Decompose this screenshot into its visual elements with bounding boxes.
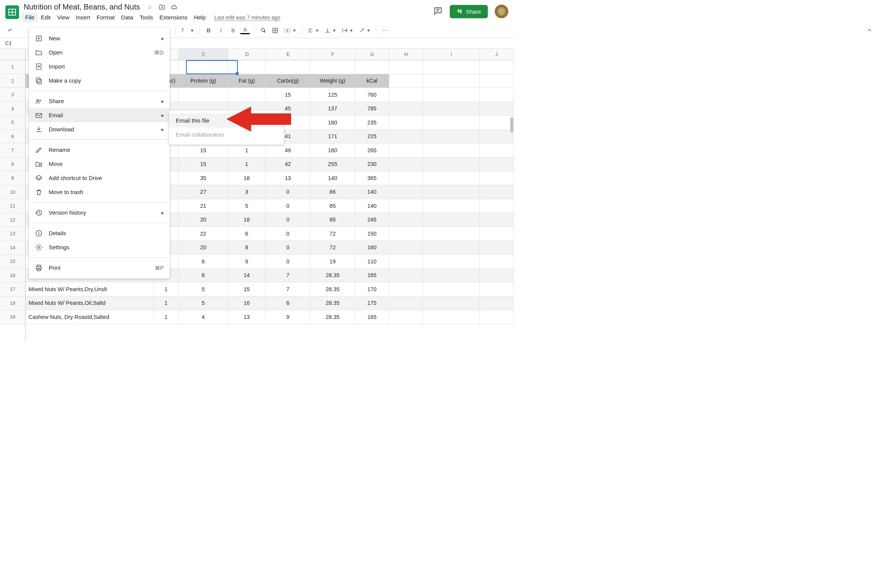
menu-insert[interactable]: Insert — [73, 13, 93, 22]
textcolor-button[interactable]: A — [240, 27, 250, 34]
colhead-J[interactable]: J — [480, 49, 514, 60]
table-handle-row[interactable]: Mixed Nuts W/ Peants,Oil,Saltd1516628.35… — [25, 296, 514, 311]
menu-extensions[interactable]: Extensions — [156, 13, 190, 22]
gear-icon — [35, 244, 43, 251]
more-button[interactable]: ⋯ — [380, 25, 390, 35]
menu-data[interactable]: Data — [118, 13, 136, 22]
svg-point-33 — [39, 232, 39, 232]
italic-button[interactable]: I — [216, 25, 226, 35]
file-menu-share[interactable]: Share▸ — [29, 94, 170, 108]
menu-view[interactable]: View — [54, 13, 72, 22]
colhead-I[interactable]: I — [423, 49, 480, 60]
comments-icon[interactable] — [433, 6, 443, 17]
menu-format[interactable]: Format — [94, 13, 118, 22]
menu-tools[interactable]: Tools — [137, 13, 156, 22]
copy-icon — [35, 77, 43, 84]
colhead-E[interactable]: E — [266, 49, 311, 60]
rowhead-14[interactable]: 14 — [0, 241, 25, 255]
download-icon — [35, 126, 43, 133]
borders-button[interactable] — [270, 25, 280, 35]
colhead-G[interactable]: G — [355, 49, 389, 60]
file-menu-move-to-trash[interactable]: Move to trash — [29, 185, 170, 199]
merge-button[interactable]: ▼ — [282, 27, 298, 34]
rowhead-5[interactable]: 5 — [0, 116, 25, 130]
rowhead-7[interactable]: 7 — [0, 143, 25, 158]
fillcolor-button[interactable] — [258, 25, 268, 35]
svg-rect-9 — [458, 10, 459, 11]
halign-button[interactable]: ▼ — [306, 27, 321, 33]
menubar: FileEditViewInsertFormatDataToolsExtensi… — [22, 13, 280, 22]
valign-button[interactable]: ▼ — [323, 27, 338, 33]
print-icon — [35, 264, 43, 272]
file-menu-email[interactable]: Email▸ — [29, 108, 170, 122]
file-menu-make-a-copy[interactable]: Make a copy — [29, 73, 170, 88]
rowhead-11[interactable]: 11 — [0, 199, 25, 213]
plus-box-icon — [35, 35, 43, 42]
wrap-button[interactable]: ▼ — [340, 27, 355, 33]
menu-help[interactable]: Help — [191, 13, 209, 22]
rowhead-16[interactable]: 16 — [0, 269, 25, 283]
rowhead-18[interactable]: 18 — [0, 296, 25, 311]
rowhead-19[interactable]: 19 — [0, 310, 25, 324]
file-menu-version-history[interactable]: Version history▸ — [29, 206, 170, 220]
file-menu-add-shortcut-to-drive[interactable]: Add shortcut to Drive — [29, 171, 170, 185]
file-menu-import[interactable]: Import — [29, 59, 170, 73]
colhead-H[interactable]: H — [389, 49, 423, 60]
colhead-F[interactable]: F — [310, 49, 355, 60]
share-label: Share — [466, 8, 481, 15]
rowhead-12[interactable]: 12 — [0, 213, 25, 227]
file-menu-open[interactable]: Open⌘O — [29, 45, 170, 59]
avatar[interactable] — [495, 5, 508, 18]
folder-icon — [35, 49, 43, 56]
rotate-button[interactable]: ▼ — [357, 27, 372, 33]
namebox[interactable]: C1 — [4, 40, 12, 46]
colhead-C[interactable]: C — [179, 49, 228, 60]
rowhead-6[interactable]: 6 — [0, 130, 25, 144]
rowhead-17[interactable]: 17 — [0, 282, 25, 296]
undo-button[interactable]: ↶ — [5, 25, 15, 35]
file-menu-move[interactable]: Move — [29, 157, 170, 171]
move-icon[interactable] — [158, 3, 166, 11]
doc-title[interactable]: Nutrition of Meat, Beans, and Nuts — [22, 2, 142, 12]
email-submenu-email-this-file[interactable]: Email this file — [169, 113, 284, 127]
rowhead-2[interactable]: 2 — [0, 74, 25, 88]
file-menu-rename[interactable]: Rename — [29, 143, 170, 157]
svg-rect-25 — [38, 79, 41, 84]
file-menu-details[interactable]: Details — [29, 226, 170, 240]
fontsize-select[interactable]: 7 ▼ — [180, 27, 196, 33]
cloud-icon[interactable] — [170, 3, 178, 11]
star-icon[interactable]: ☆ — [146, 3, 154, 11]
rowhead-8[interactable]: 8 — [0, 158, 25, 172]
rowhead-4[interactable]: 4 — [0, 102, 25, 116]
import-icon — [35, 63, 43, 70]
sheets-logo[interactable] — [4, 4, 21, 21]
colhead-D[interactable]: D — [228, 49, 266, 60]
chevron-right-icon: ▸ — [161, 35, 164, 42]
strike-button[interactable]: S — [228, 25, 238, 35]
rowhead-10[interactable]: 10 — [0, 185, 25, 199]
rowhead-13[interactable]: 13 — [0, 227, 25, 241]
rowhead-1[interactable]: 1 — [0, 60, 25, 74]
table-handle-row[interactable]: Cashew Nuts, Dry Roastd,Salted1413928.35… — [25, 310, 514, 324]
chevron-right-icon: ▸ — [161, 98, 164, 105]
file-menu-download[interactable]: Download▸ — [29, 122, 170, 136]
chevron-right-icon: ▸ — [161, 209, 164, 216]
svg-rect-26 — [36, 78, 40, 82]
file-menu-settings[interactable]: Settings — [29, 240, 170, 254]
trash-icon — [35, 188, 43, 196]
menu-file[interactable]: File — [22, 13, 37, 22]
selectall-corner[interactable] — [0, 49, 25, 60]
scrollbar-thumb[interactable] — [510, 117, 513, 132]
file-menu-print[interactable]: Print⌘P — [29, 261, 170, 275]
rowhead-3[interactable]: 3 — [0, 88, 25, 102]
file-menu-new[interactable]: New▸ — [29, 31, 170, 45]
mail-icon — [35, 112, 43, 119]
rowhead-9[interactable]: 9 — [0, 171, 25, 185]
rowhead-15[interactable]: 15 — [0, 255, 25, 269]
table-handle-row[interactable]: Mixed Nuts W/ Peants,Dry,Unslt1515728.35… — [25, 282, 514, 296]
share-button[interactable]: Share — [450, 5, 488, 18]
last-edit-link[interactable]: Last edit was 7 minutes ago — [214, 14, 280, 21]
menu-edit[interactable]: Edit — [38, 13, 54, 22]
bold-button[interactable]: B — [204, 25, 213, 35]
doc-header: Nutrition of Meat, Beans, and Nuts ☆ Fil… — [0, 0, 514, 22]
